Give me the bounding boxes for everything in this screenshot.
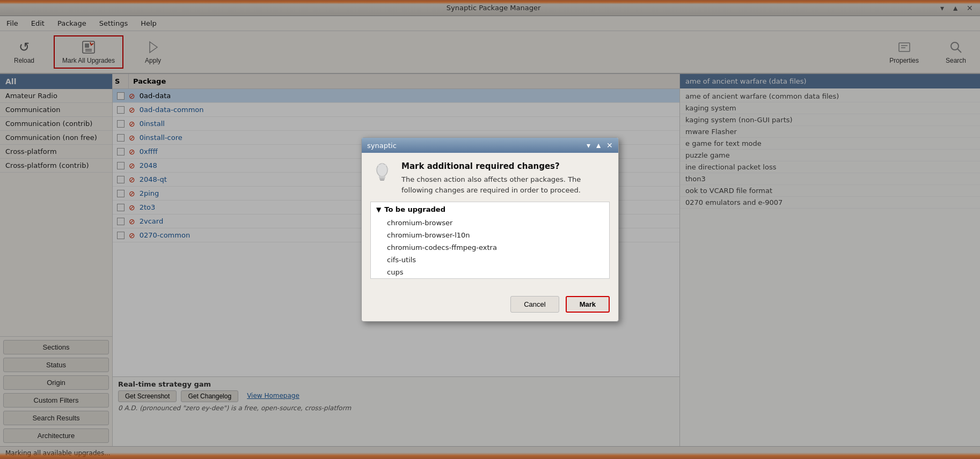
svg-rect-12 [379,178,385,180]
modal-header-row: Mark additional required changes? The ch… [370,161,610,195]
modal-package-list: ▼ To be upgraded chromium-browser chromi… [370,202,610,279]
modal-list-section: ▼ To be upgraded [371,202,609,217]
svg-line-15 [385,165,386,166]
modal-pkg-cifs-utils: cifs-utils [371,254,609,266]
modal-titlebar-controls: ▾ ▲ ✕ [587,141,613,150]
mark-button[interactable]: Mark [566,296,610,313]
svg-line-17 [378,165,379,166]
modal-minimize[interactable]: ▾ [587,141,590,150]
modal-overlay: synaptic ▾ ▲ ✕ [0,0,980,459]
modal-titlebar: synaptic ▾ ▲ ✕ [362,138,618,153]
modal-body: Mark additional required changes? The ch… [362,153,618,296]
svg-rect-13 [380,180,384,181]
modal-pkg-chromium-codecs: chromium-codecs-ffmpeg-extra [371,241,609,254]
cancel-button[interactable]: Cancel [510,296,559,313]
modal-title: synaptic [367,142,397,150]
modal-heading: Mark additional required changes? [401,161,610,171]
modal-dialog: synaptic ▾ ▲ ✕ [361,137,619,322]
modal-pkg-chromium-browser-l10n: chromium-browser-l10n [371,229,609,241]
modal-footer: Cancel Mark [362,296,618,321]
svg-rect-11 [379,176,385,178]
modal-pkg-chromium-browser: chromium-browser [371,217,609,229]
modal-bulb-icon [370,161,394,189]
modal-text-block: Mark additional required changes? The ch… [401,161,610,195]
modal-pkg-cups: cups [371,266,609,278]
modal-section-label: To be upgraded [384,205,445,213]
modal-description: The chosen action also affects other pac… [401,174,610,195]
modal-chevron-icon: ▼ [376,206,381,213]
modal-close[interactable]: ✕ [606,141,613,150]
modal-maximize[interactable]: ▲ [595,141,602,150]
